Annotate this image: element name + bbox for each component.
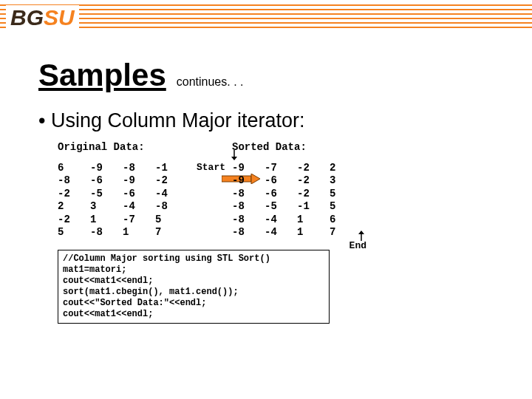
svg-marker-3 [231, 157, 237, 160]
original-label: Original Data: [58, 141, 188, 154]
arrow-up-end-icon [358, 231, 365, 241]
sorted-col-3: 2 3 5 5 6 7 [330, 162, 362, 239]
original-col-2: -8 -9 -6 -4 -7 1 [123, 162, 155, 239]
sorted-matrix: -9 -9 -8 -8 -8 -8 -7 -6 -6 -5 -4 -4 [232, 162, 362, 239]
header-banner: BGSU [0, 0, 532, 35]
original-matrix: 6 -8 -2 2 -2 5 -9 -6 -5 3 1 -8 -8 [58, 162, 188, 239]
arrow-down-start-icon [231, 150, 238, 160]
logo-text-left: BG [10, 5, 44, 30]
title-row: Samples continues. . . [38, 58, 532, 93]
page-title: Samples [38, 58, 166, 93]
code-snippet: //Column Major sorting using STL Sort() … [58, 250, 330, 324]
data-zone: Original Data: 6 -8 -2 2 -2 5 -9 -6 -5 3… [58, 141, 532, 324]
end-label: End [349, 240, 366, 252]
sorted-label: Sorted Data: [232, 141, 362, 154]
bullet-heading: Using Column Major iterator: [38, 109, 532, 132]
sorted-col-2: -2 -2 -2 -1 1 1 [297, 162, 330, 239]
page-subtitle: continues. . . [177, 75, 244, 89]
sorted-col-1: -7 -6 -6 -5 -4 -4 [265, 162, 297, 239]
sorted-block: Sorted Data: Start -9 -9 -8 -8 -8 -8 [232, 141, 362, 239]
original-block: Original Data: 6 -8 -2 2 -2 5 -9 -6 -5 3… [58, 141, 188, 239]
original-col-1: -9 -6 -5 3 1 -8 [90, 162, 123, 239]
logo-text-right: SU [44, 5, 75, 30]
svg-marker-5 [358, 231, 364, 234]
original-col-0: 6 -8 -2 2 -2 5 [58, 162, 90, 239]
banner-rule-lines [0, 0, 532, 35]
original-col-3: -1 -2 -4 -8 5 7 [155, 162, 188, 239]
sorted-col-0: -9 -9 -8 -8 -8 -8 [232, 162, 265, 239]
start-label: Start [197, 162, 225, 174]
university-logo: BGSU [6, 5, 79, 30]
